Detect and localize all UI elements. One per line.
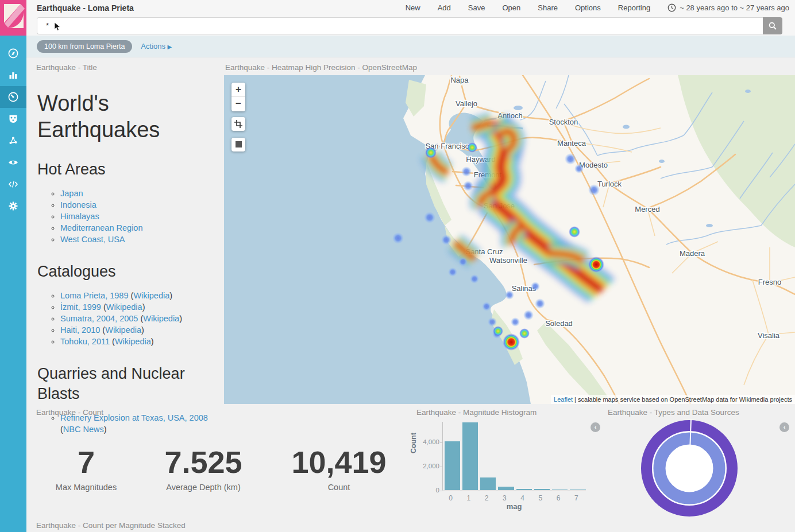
markdown-link[interactable]: Wikipedia bbox=[143, 314, 179, 323]
leaflet-map[interactable]: NapaVallejoAntiochStocktonMantecaSan Fra… bbox=[224, 75, 795, 404]
markdown-link[interactable]: Himalayas bbox=[60, 212, 99, 221]
histogram-bar[interactable] bbox=[445, 441, 460, 490]
nav-share[interactable]: Share bbox=[538, 3, 558, 12]
markdown-link[interactable]: Wikipedia bbox=[106, 302, 142, 312]
x-tick-label: 3 bbox=[496, 494, 513, 502]
heat-dot bbox=[461, 166, 472, 177]
donut-chart[interactable] bbox=[603, 417, 775, 532]
nav-save[interactable]: Save bbox=[468, 3, 485, 12]
panel-title: Earthquake - Magnitude Histogram bbox=[416, 408, 603, 417]
triangle-right-icon: ▶ bbox=[168, 44, 172, 50]
top-nav: NewAddSaveOpenShareOptionsReporting bbox=[406, 3, 651, 12]
search-input[interactable]: * bbox=[37, 17, 763, 34]
markdown-heading: Catalogues bbox=[37, 262, 214, 282]
zoom-in-button[interactable]: + bbox=[231, 83, 245, 97]
paren-text: ) bbox=[142, 302, 145, 312]
panel-title: Earthquake - Types and Data Sources bbox=[608, 408, 795, 417]
sidebar-item-dev-tools[interactable] bbox=[0, 173, 26, 195]
histogram-bar[interactable] bbox=[570, 490, 585, 490]
paren-text: ) bbox=[141, 325, 144, 335]
heat-dot bbox=[511, 317, 520, 327]
markdown-link[interactable]: Wikipedia bbox=[133, 291, 169, 300]
panel-title: Earthquake - Heatmap High Precision - Op… bbox=[224, 60, 795, 72]
kibana-logo[interactable] bbox=[0, 0, 26, 36]
filter-actions-link[interactable]: Actions ▶ bbox=[141, 42, 172, 51]
markdown-link[interactable]: Haiti, 2010 bbox=[60, 325, 100, 335]
nav-reporting[interactable]: Reporting bbox=[618, 3, 650, 12]
histogram-bar[interactable] bbox=[462, 422, 478, 490]
histogram-bar[interactable] bbox=[552, 490, 568, 490]
nav-new[interactable]: New bbox=[406, 3, 420, 12]
sidebar-item-management[interactable] bbox=[0, 195, 26, 217]
markdown-link[interactable]: West Coast, USA bbox=[60, 235, 125, 244]
compass-icon bbox=[7, 48, 19, 59]
draw-rectangle-button[interactable] bbox=[231, 117, 245, 131]
heat-dot bbox=[505, 290, 514, 300]
heat-dot bbox=[392, 232, 404, 244]
histogram-bar[interactable] bbox=[480, 477, 496, 490]
map-label-soledad: Soledad bbox=[545, 319, 573, 328]
markdown-link[interactable]: Mediterranean Region bbox=[60, 223, 142, 232]
map-label-stockton: Stockton bbox=[549, 118, 578, 126]
sidebar-item-graph[interactable] bbox=[0, 130, 26, 152]
histogram-bar[interactable] bbox=[534, 489, 550, 490]
legend-collapse-button[interactable]: ‹ bbox=[591, 422, 600, 432]
filter-bar: 100 km from Loma Pierta Actions ▶ bbox=[26, 36, 795, 57]
panel-count-per-magnitude-stacked-title: Earthquake - Count per Magnitude Stacked bbox=[36, 521, 186, 530]
markdown-list: JapanIndonesiaHimalayasMediterranean Reg… bbox=[36, 188, 214, 245]
markdown-link[interactable]: Sumatra, 2004, 2005 bbox=[60, 314, 138, 323]
histogram-bar[interactable] bbox=[516, 489, 532, 490]
sidebar-item-timelion[interactable] bbox=[0, 108, 26, 130]
paren-text: ) bbox=[169, 291, 172, 300]
heat-dot bbox=[565, 153, 576, 165]
heat-dot bbox=[519, 328, 530, 339]
x-tick-label: 0 bbox=[442, 494, 459, 502]
heat-dot bbox=[470, 274, 479, 284]
sidebar-item-visualize[interactable] bbox=[0, 64, 26, 86]
heat-dot bbox=[441, 235, 451, 245]
fit-bounds-button[interactable] bbox=[231, 138, 245, 152]
eye-icon bbox=[7, 157, 19, 168]
sidebar-item-dashboard[interactable] bbox=[0, 86, 26, 108]
markdown-link[interactable]: Wikipedia bbox=[105, 325, 141, 335]
panel-types-and-sources: Earthquake - Types and Data Sources ‹ bbox=[603, 405, 795, 532]
heat-dot bbox=[425, 147, 437, 158]
markdown-sections: Hot AreasJapanIndonesiaHimalayasMediterr… bbox=[36, 160, 214, 435]
markdown-link[interactable]: Indonesia bbox=[60, 200, 97, 209]
markdown-link[interactable]: İzmit, 1999 bbox=[60, 302, 101, 312]
histogram-bar[interactable] bbox=[498, 487, 514, 490]
list-item: Himalayas bbox=[60, 211, 214, 222]
nav-add[interactable]: Add bbox=[438, 3, 451, 12]
markdown-link[interactable]: Japan bbox=[60, 189, 83, 198]
y-tick-mark bbox=[440, 467, 442, 467]
heat-dot bbox=[523, 310, 534, 320]
sidebar-nav bbox=[0, 36, 26, 217]
sidebar-item-discover[interactable] bbox=[0, 42, 26, 64]
search-button[interactable] bbox=[763, 17, 782, 34]
zoom-out-button[interactable]: − bbox=[231, 97, 245, 111]
markdown-link[interactable]: Loma Prieta, 1989 bbox=[60, 291, 129, 300]
time-picker[interactable]: ~ 28 years ago to ~ 27 years ago bbox=[667, 3, 789, 12]
sidebar-item-monitoring[interactable] bbox=[0, 152, 26, 173]
heat-dot bbox=[463, 181, 473, 191]
nav-options[interactable]: Options bbox=[575, 3, 601, 12]
heat-dot bbox=[488, 317, 497, 327]
map-canvas: NapaVallejoAntiochStocktonMantecaSan Fra… bbox=[224, 75, 795, 404]
map-label-napa: Napa bbox=[450, 76, 469, 84]
heat-dot bbox=[574, 164, 584, 173]
leaflet-link[interactable]: Leaflet bbox=[554, 396, 573, 403]
clock-icon bbox=[667, 3, 676, 12]
dashboard-title: Earthquake - Loma Prieta bbox=[37, 3, 134, 13]
heat-dot bbox=[448, 267, 457, 277]
query-value: * bbox=[46, 21, 49, 30]
markdown-link[interactable]: Wikipedia bbox=[115, 337, 151, 346]
markdown-list: Loma Prieta, 1989 (Wikipedia)İzmit, 1999… bbox=[36, 290, 214, 347]
nav-open[interactable]: Open bbox=[502, 3, 520, 12]
filter-pill[interactable]: 100 km from Loma Pierta bbox=[37, 40, 132, 53]
metric-value: 10,419 bbox=[270, 445, 408, 479]
legend-collapse-button[interactable]: ‹ bbox=[779, 422, 789, 432]
metric-value: 7.525 bbox=[134, 445, 272, 479]
time-range-label: ~ 28 years ago to ~ 27 years ago bbox=[680, 3, 789, 12]
x-tick-label: 6 bbox=[550, 494, 567, 502]
markdown-link[interactable]: Tohoku, 2011 bbox=[60, 337, 110, 346]
